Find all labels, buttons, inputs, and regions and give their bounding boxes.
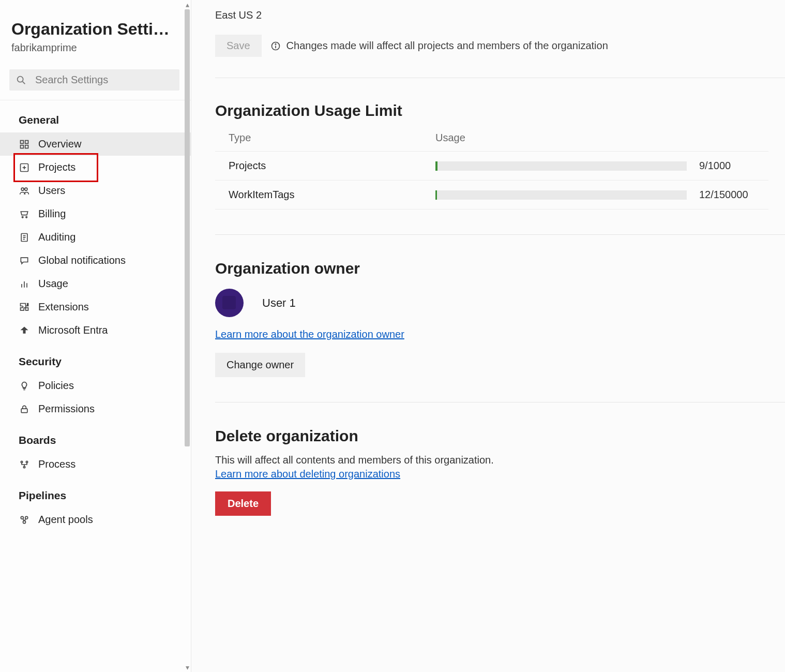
svg-point-9 (21, 188, 24, 190)
delete-learn-more-link[interactable]: Learn more about deleting organizations (215, 468, 400, 480)
svg-point-12 (26, 216, 27, 218)
usage-row: WorkItemTags12/150000 (215, 181, 768, 210)
scroll-down-icon[interactable]: ▾ (183, 664, 192, 671)
svg-rect-4 (21, 145, 24, 148)
delete-button[interactable]: Delete (215, 491, 271, 516)
change-owner-button[interactable]: Change owner (215, 353, 305, 377)
sidebar-item-label: Extensions (38, 301, 89, 313)
search-settings-input[interactable] (9, 69, 179, 91)
grid-icon (19, 139, 30, 150)
sidebar-section-label: General (0, 100, 191, 132)
usage-bar (435, 190, 687, 200)
page-title: Organization Settin… (11, 20, 179, 39)
sidebar: ▴ ▾ Organization Settin… fabrikamprime G… (0, 0, 191, 672)
sidebar-item-users[interactable]: Users (0, 179, 191, 202)
svg-line-27 (23, 518, 24, 520)
sidebar-item-policies[interactable]: Policies (0, 374, 191, 397)
entra-icon (19, 325, 30, 336)
owner-title: Organization owner (215, 260, 785, 277)
region-label: East US 2 (215, 9, 785, 21)
sidebar-item-label: Microsoft Entra (38, 324, 108, 336)
sidebar-item-label: Process (38, 458, 76, 470)
org-name: fabrikamprime (11, 42, 179, 54)
sidebar-item-billing[interactable]: Billing (0, 202, 191, 226)
usage-table: Type Usage Projects9/1000WorkItemTags12/… (215, 129, 768, 210)
cart-icon (19, 209, 30, 219)
plus-square-icon (19, 162, 30, 173)
sidebar-item-process[interactable]: Process (0, 453, 191, 476)
doc-icon (19, 232, 30, 243)
sidebar-item-label: Users (38, 185, 65, 197)
sidebar-item-label: Agent pools (38, 514, 93, 526)
divider (215, 234, 785, 235)
usage-col-type: Type (229, 132, 435, 144)
usage-col-usage: Usage (435, 132, 768, 144)
svg-rect-5 (25, 145, 28, 148)
usage-value: 12/150000 (699, 189, 748, 201)
svg-point-26 (23, 520, 26, 523)
main-content: East US 2 Save Changes made will affect … (191, 0, 785, 672)
sidebar-item-global-notifications[interactable]: Global notifications (0, 249, 191, 272)
users-icon (19, 186, 30, 196)
sidebar-item-projects[interactable]: Projects (0, 156, 191, 179)
svg-point-21 (21, 461, 22, 462)
svg-rect-20 (21, 409, 27, 413)
sidebar-section-label: Security (0, 342, 191, 374)
lightbulb-icon (19, 381, 30, 391)
sidebar-item-label: Usage (38, 278, 68, 290)
svg-line-1 (23, 81, 25, 84)
sidebar-item-label: Auditing (38, 231, 76, 243)
divider (215, 78, 785, 78)
sidebar-item-label: Global notifications (38, 255, 126, 266)
sidebar-item-microsoft-entra[interactable]: Microsoft Entra (0, 319, 191, 342)
owner-learn-more-link[interactable]: Learn more about the organization owner (215, 328, 404, 340)
sidebar-item-usage[interactable]: Usage (0, 272, 191, 295)
puzzle-icon (19, 302, 30, 312)
sidebar-item-label: Permissions (38, 403, 95, 415)
svg-rect-2 (21, 140, 24, 143)
search-input-field[interactable] (34, 73, 173, 86)
sidebar-item-label: Billing (38, 208, 66, 220)
delete-org-title: Delete organization (215, 427, 785, 445)
svg-line-28 (25, 518, 26, 520)
sidebar-section-label: Boards (0, 421, 191, 453)
svg-point-22 (26, 461, 27, 462)
sidebar-item-label: Projects (38, 161, 76, 173)
sidebar-item-label: Overview (38, 138, 81, 150)
usage-bar (435, 161, 687, 171)
owner-name: User 1 (262, 296, 296, 310)
sidebar-section-label: Pipelines (0, 476, 191, 508)
scrollbar-thumb[interactable] (185, 9, 190, 446)
agent-icon (19, 515, 30, 525)
usage-row-label: WorkItemTags (229, 189, 435, 201)
usage-value: 9/1000 (699, 160, 731, 172)
bar-chart-icon (19, 279, 30, 289)
svg-rect-3 (25, 140, 28, 143)
chat-icon (19, 256, 30, 266)
usage-limit-title: Organization Usage Limit (215, 102, 785, 120)
sidebar-item-permissions[interactable]: Permissions (0, 397, 191, 421)
svg-point-0 (18, 76, 23, 82)
sidebar-item-overview[interactable]: Overview (0, 132, 191, 156)
svg-point-11 (22, 216, 23, 218)
svg-point-31 (275, 43, 276, 44)
owner-avatar (215, 289, 244, 317)
usage-row-label: Projects (229, 160, 435, 172)
sidebar-item-label: Policies (38, 380, 74, 392)
info-text: Changes made will affect all projects an… (286, 40, 608, 52)
sidebar-item-extensions[interactable]: Extensions (0, 295, 191, 319)
delete-org-desc: This will affect all contents and member… (215, 454, 785, 466)
save-button[interactable]: Save (215, 35, 262, 57)
usage-row: Projects9/1000 (215, 152, 768, 181)
sidebar-item-agent-pools[interactable]: Agent pools (0, 508, 191, 531)
lock-icon (19, 404, 30, 414)
process-icon (19, 459, 30, 470)
svg-point-23 (23, 466, 25, 468)
info-icon (270, 40, 281, 52)
divider (215, 402, 785, 402)
sidebar-item-auditing[interactable]: Auditing (0, 226, 191, 249)
scroll-up-icon[interactable]: ▴ (183, 1, 192, 8)
search-icon (16, 74, 27, 86)
svg-point-10 (25, 188, 27, 190)
